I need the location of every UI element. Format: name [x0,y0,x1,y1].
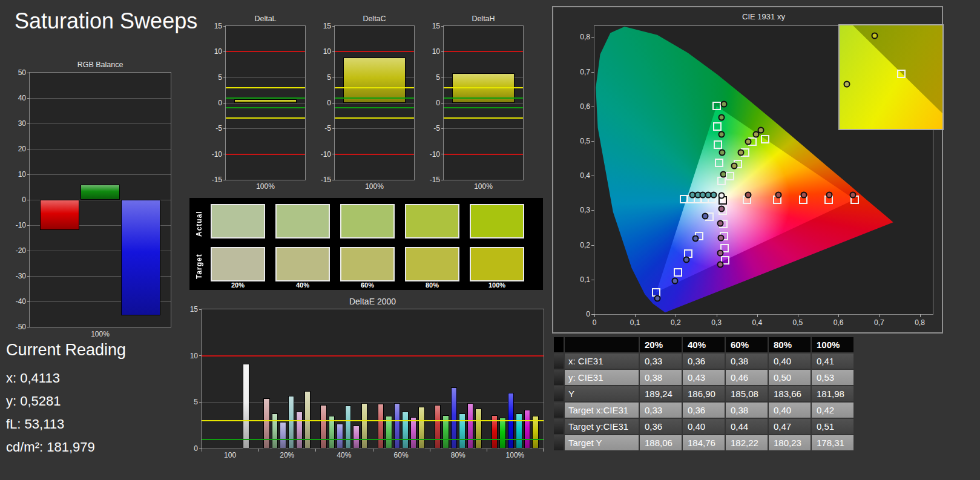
cie-y-tick-label: 0,2 [580,241,590,249]
rgb-balance-chart: RGB Balance -50-40-30-20-1001020304050 1… [6,59,176,339]
y-tick-label: 15 [214,22,222,30]
bar-group3-4 [410,417,417,449]
swatch-target-80% [405,247,459,281]
bar-group3-0 [378,404,384,449]
rgb-balance-title: RGB Balance [29,61,171,69]
delta-e2000-title: DeltaE 2000 [201,297,544,306]
delta-l-title: DeltaL [225,15,306,23]
y-tick-mark [27,73,30,73]
y-tick-label: 5 [218,73,222,82]
y-tick-label: 30 [18,119,26,128]
grid-line [30,123,171,124]
cie-marker-yellow-measured [737,150,744,156]
bar-group3-5 [418,407,425,449]
cie-marker-blue-measured [702,213,708,220]
table-cell-80%-Target y:CIE31: 0,47 [769,419,811,434]
swatch-col-label-60%: 60% [361,281,374,289]
y-tick-label: -15 [212,176,222,184]
cie-x-tick-label: 0,5 [793,318,803,327]
table-cell-40%-y: CIE31: 0,43 [683,370,725,385]
y-tick-label: -50 [16,323,26,331]
cie-marker-magenta-measured [717,220,723,227]
cie-x-tick-mark [838,314,839,317]
x-tick-mark [543,449,544,452]
table-cell-100%-x: CIE31: 0,41 [812,353,853,369]
bar-group1-0 [263,398,270,449]
cie-x-tick-label: 0,8 [915,318,925,327]
rgb-balance-plot: -50-40-30-20-1001020304050 [29,72,171,327]
table-row-icon-cell [554,386,564,401]
cie-marker-green-targets [715,159,723,167]
y-tick-label: -10 [212,150,222,159]
y-tick-label: 15 [190,305,198,314]
y-tick-mark [441,26,444,27]
current-reading-block: Current Reading x: 0,4113 y: 0,5281 fL: … [6,341,126,459]
cie-marker-blue-targets [674,268,682,277]
grid-line [444,103,523,104]
cie-x-tick-mark [717,314,717,317]
bar-group5-4 [524,410,531,449]
bar-group3-3 [402,412,409,449]
cie-marker-magenta-measured [717,249,724,256]
x-group-label: 60% [394,451,409,459]
table-row-label: Y [565,386,639,401]
cie-marker-yellow-measured [731,163,738,169]
cie-y-tick-mark [591,176,594,176]
grid-line [335,128,414,129]
cie-marker-yellow-measured [745,138,751,145]
swatch-target-100% [470,247,524,281]
reference-line [226,97,305,99]
bar-group1-3 [288,396,295,449]
swatch-row-label-target: Target [195,249,203,284]
y-tick-label: -20 [16,246,26,255]
bar-group3-2 [394,403,401,449]
cie-marker-blue-measured [692,235,699,242]
cie-marker-white-measured [719,192,725,199]
cie-1931-chart: CIE 1931 xy 00,10,20,30,40,50,60,70,800,… [552,6,943,334]
table-row-label: x: CIE31 [565,353,639,369]
table-row-icon-cell [554,403,564,418]
y-tick-mark [27,251,30,251]
grid-line [444,128,523,129]
reference-line [335,107,414,108]
delta-l-x-axis-label: 100% [225,182,306,191]
cie-y-tick-label: 0 [586,310,590,318]
bar-group4-5 [475,409,482,449]
x-group-label: 40% [337,451,351,459]
bar-group2-3 [345,406,352,449]
reference-line [444,117,523,119]
current-reading-y: y: 0,5281 [6,390,126,413]
y-tick-mark [332,128,335,129]
cie-x-tick-mark [676,314,676,317]
cie-y-tick-label: 0,5 [580,137,590,145]
y-tick-mark [223,103,226,104]
y-tick-mark [441,128,444,129]
table-cell-40%-Y: 186,90 [683,386,725,401]
y-tick-mark [441,103,444,104]
y-tick-mark [332,180,335,180]
y-tick-mark [199,402,202,403]
cie-marker-red-measured [826,192,833,199]
table-cell-100%-Target x:CIE31: 0,42 [812,403,853,418]
bar-group4-3 [459,413,465,449]
cie-y-tick-mark [591,72,594,73]
cie-inset-gamut-edge [840,25,942,129]
cie-y-tick-label: 0,6 [580,102,590,111]
bar-100% [343,58,405,103]
delta-c-chart: DeltaC -15-10-5051015 100% [314,13,418,191]
y-tick-mark [27,225,30,226]
table-cell-100%-Target Y: 178,31 [812,435,853,450]
table-cell-60%-Y: 185,08 [726,386,768,401]
x-tick-mark [258,449,259,452]
bar-Blue [121,200,160,315]
delta-h-plot: -15-10-5051015 [443,25,524,180]
table-cell-80%-Target x:CIE31: 0,40 [769,403,811,418]
page-title: Saturation Sweeps [15,8,197,34]
cie-marker-green-targets [713,122,722,131]
delta-h-chart: DeltaH -15-10-5051015 100% [423,13,527,191]
y-tick-label: 0 [327,99,331,107]
bar-white-100 [243,364,249,449]
cie-marker-green-measured [719,114,725,121]
cie-x-tick-label: 0,7 [874,318,884,327]
grid-line [30,174,171,175]
